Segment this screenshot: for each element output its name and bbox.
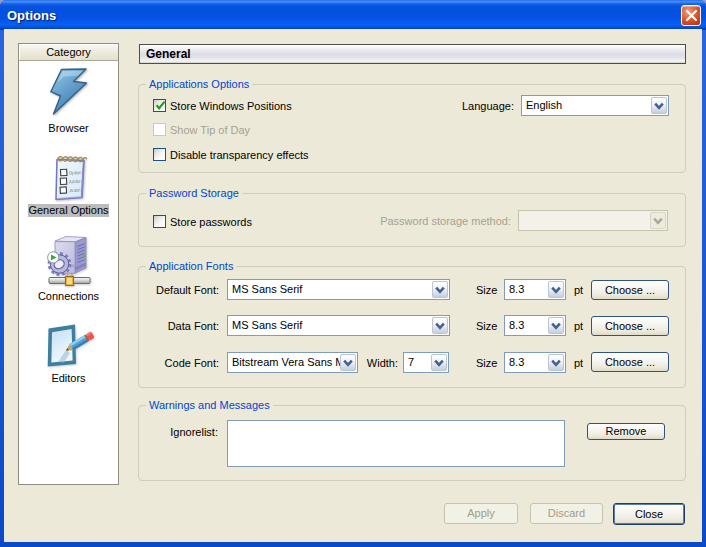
svg-text:Addon: Addon [69,179,82,185]
svg-text:Option: Option [69,170,82,176]
svg-text:Autori: Autori [69,188,81,194]
